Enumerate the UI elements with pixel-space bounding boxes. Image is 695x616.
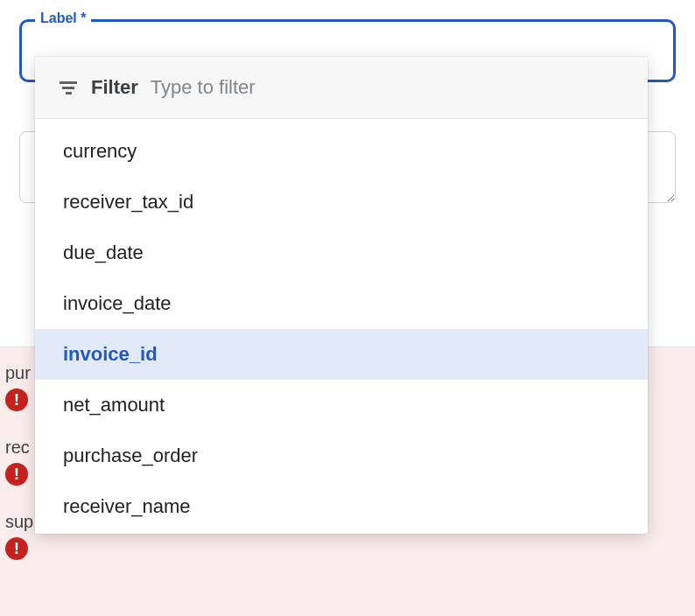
error-icon: ! [5, 388, 28, 411]
error-icon: ! [5, 537, 28, 560]
options-list: currency receiver_tax_id due_date invoic… [35, 119, 648, 534]
filter-label: Filter [91, 76, 138, 99]
option-purchase-order[interactable]: purchase_order [35, 430, 648, 481]
option-invoice-date[interactable]: invoice_date [35, 278, 648, 329]
option-receiver-name[interactable]: receiver_name [35, 481, 648, 532]
option-due-date[interactable]: due_date [35, 228, 648, 278]
option-invoice-id[interactable]: invoice_id [35, 329, 648, 380]
filter-header[interactable]: Filter Type to filter [35, 57, 648, 119]
dropdown-panel: Filter Type to filter currency receiver_… [35, 57, 648, 534]
error-icon: ! [5, 463, 28, 486]
option-net-amount[interactable]: net_amount [35, 380, 648, 430]
filter-placeholder: Type to filter [151, 76, 256, 99]
label-field-floating-label: Label * [35, 10, 91, 26]
option-receiver-tax-id[interactable]: receiver_tax_id [35, 177, 648, 228]
filter-icon [58, 77, 79, 98]
option-currency[interactable]: currency [35, 126, 648, 177]
